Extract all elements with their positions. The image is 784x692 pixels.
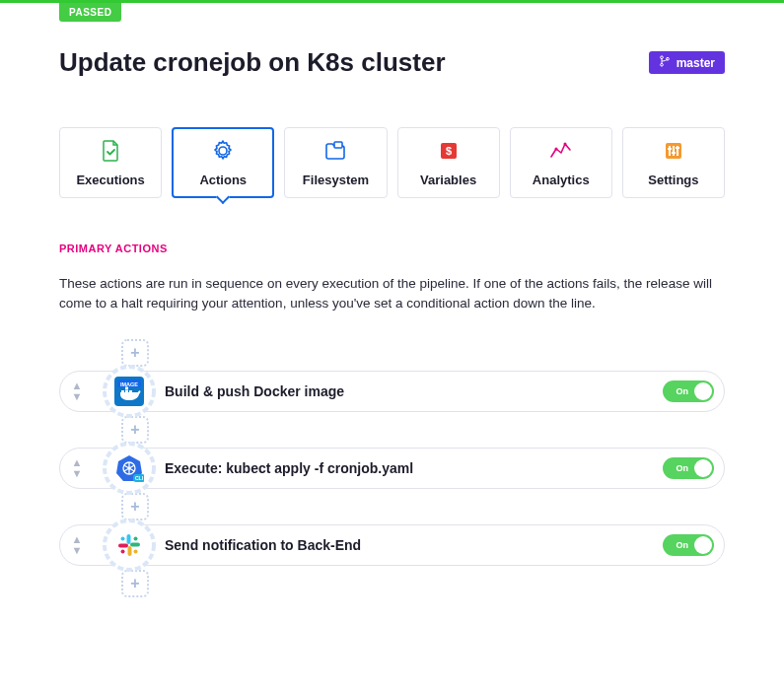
svg-rect-32 [127, 534, 131, 544]
section-description: These actions are run in sequence on eve… [59, 274, 725, 312]
svg-text:$: $ [446, 145, 452, 157]
svg-point-0 [660, 56, 663, 59]
toggle-label: On [677, 386, 689, 396]
toggle-label: On [677, 540, 689, 550]
action-row[interactable]: ▲▼ Send notification to Back-End On [59, 524, 725, 566]
tab-actions[interactable]: Actions [172, 127, 274, 198]
page-title: Update cronejob on K8s cluster [59, 47, 446, 78]
variables-icon: $ [439, 139, 459, 163]
toggle-knob [694, 459, 712, 477]
action-label: Build & push Docker image [165, 383, 651, 399]
tab-label: Executions [76, 173, 144, 187]
tab-label: Variables [420, 173, 476, 187]
tab-analytics[interactable]: Analytics [510, 127, 612, 198]
filesystem-icon [323, 139, 347, 163]
tab-label: Filesystem [303, 173, 369, 187]
svg-rect-33 [130, 543, 140, 547]
add-action-button[interactable]: + [121, 493, 149, 520]
executions-icon [101, 139, 120, 163]
tab-filesystem[interactable]: Filesystem [284, 127, 387, 198]
svg-text:IMAGE: IMAGE [120, 381, 138, 387]
toggle-knob [694, 536, 712, 554]
action-toggle[interactable]: On [663, 457, 714, 479]
tab-label: Actions [199, 173, 247, 187]
toggle-label: On [677, 463, 689, 473]
tab-label: Settings [648, 173, 698, 187]
svg-rect-13 [672, 152, 676, 154]
actions-list: + IMAGE [59, 337, 725, 599]
settings-icon [664, 139, 683, 163]
drag-handle-icon[interactable]: ▲▼ [68, 381, 86, 402]
svg-rect-34 [128, 546, 132, 556]
drag-handle-icon[interactable]: ▲▼ [68, 457, 86, 479]
svg-rect-3 [334, 142, 342, 148]
svg-point-36 [121, 537, 125, 541]
section-title: PRIMARY ACTIONS [59, 242, 725, 254]
action-toggle[interactable]: On [663, 534, 714, 556]
svg-rect-14 [676, 147, 679, 149]
svg-point-39 [121, 550, 125, 554]
add-action-button[interactable]: + [121, 570, 149, 597]
add-action-button[interactable]: + [121, 416, 149, 444]
add-action-button[interactable]: + [121, 339, 149, 367]
tab-variables[interactable]: $ Variables [397, 127, 500, 198]
tabs: Executions Actions Filesystem [59, 127, 725, 198]
slack-icon [114, 530, 144, 560]
svg-point-37 [134, 537, 138, 541]
docker-icon: IMAGE [114, 377, 144, 406]
analytics-icon [549, 139, 573, 163]
kubernetes-icon: CLI [114, 453, 144, 483]
action-gear-badge: CLI [102, 441, 157, 496]
actions-icon [211, 139, 235, 163]
branch-label: master [677, 56, 715, 70]
tab-label: Analytics [533, 173, 590, 187]
toggle-knob [694, 382, 712, 400]
svg-rect-21 [125, 387, 128, 390]
svg-point-28 [128, 467, 131, 470]
svg-point-38 [134, 550, 138, 554]
svg-point-6 [554, 147, 557, 150]
branch-icon [659, 55, 671, 70]
svg-point-7 [563, 142, 566, 145]
status-badge: PASSED [59, 3, 121, 22]
action-label: Execute: kubect apply -f cronjob.yaml [165, 460, 651, 476]
action-toggle[interactable]: On [663, 381, 714, 402]
svg-rect-12 [668, 148, 672, 150]
action-gear-badge: IMAGE [102, 364, 157, 419]
svg-point-1 [660, 63, 663, 66]
tab-settings[interactable]: Settings [622, 127, 725, 198]
drag-handle-icon[interactable]: ▲▼ [68, 534, 86, 556]
header-row: Update cronejob on K8s cluster master [59, 47, 725, 78]
action-label: Send notification to Back-End [165, 537, 651, 553]
action-row[interactable]: CLI ▲▼ Execute: kubect apply -f cronjob.… [59, 448, 725, 489]
branch-badge[interactable]: master [649, 51, 725, 74]
action-gear-badge [102, 518, 157, 573]
svg-rect-9 [669, 146, 671, 156]
svg-text:CLI: CLI [135, 475, 144, 481]
action-row[interactable]: IMAGE ▲▼ Build & push Docker image On [59, 371, 725, 412]
svg-rect-35 [118, 544, 128, 548]
svg-rect-10 [673, 146, 675, 156]
tab-executions[interactable]: Executions [59, 127, 162, 198]
